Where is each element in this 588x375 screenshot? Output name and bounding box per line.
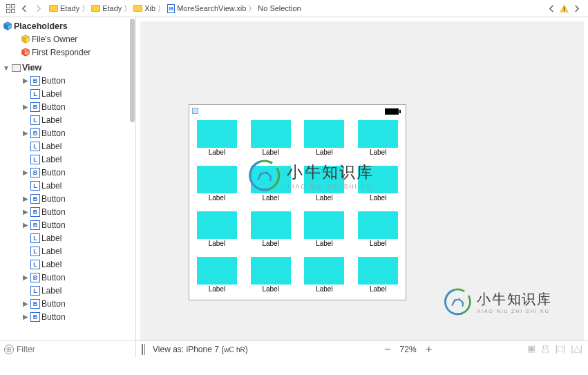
disclosure-icon[interactable]: ▶ xyxy=(22,77,29,84)
outline-item[interactable]: L Label xyxy=(0,284,135,297)
cell-button[interactable] xyxy=(358,120,398,148)
cell-button[interactable] xyxy=(358,211,398,239)
cell-button[interactable] xyxy=(197,211,237,239)
canvas-background[interactable]: LabelLabelLabelLabelLabelLabelLabelLabel… xyxy=(140,21,584,340)
zoom-in-button[interactable]: + xyxy=(424,343,435,356)
cell-button[interactable] xyxy=(304,211,344,239)
outline-item[interactable]: ▶B Button xyxy=(0,297,135,310)
breadcrumb-item[interactable]: Xib xyxy=(131,4,158,12)
grid-cell[interactable]: Label xyxy=(356,211,400,247)
outline-item[interactable]: L Label xyxy=(0,153,135,166)
outline-item[interactable]: L Label xyxy=(0,231,135,244)
align-icon[interactable]: 吕 xyxy=(541,343,550,356)
view-header[interactable]: ▼ View xyxy=(0,59,135,74)
svg-rect-0 xyxy=(563,7,564,10)
placeholders-header[interactable]: Placeholders xyxy=(0,17,135,32)
disclosure-icon[interactable]: ▶ xyxy=(22,273,29,281)
item-label: Button xyxy=(41,312,66,322)
cell-button[interactable] xyxy=(251,211,291,239)
button-icon: B xyxy=(30,220,40,230)
related-items-icon[interactable] xyxy=(6,3,15,13)
grid-cell[interactable]: Label xyxy=(249,257,293,293)
folder-icon xyxy=(133,5,142,12)
nav-back-button[interactable] xyxy=(19,3,29,13)
cell-button[interactable] xyxy=(304,120,344,148)
outline-item[interactable]: L Label xyxy=(0,113,135,126)
breadcrumb-item[interactable]: No Selection xyxy=(256,4,303,12)
label-icon: L xyxy=(30,286,40,296)
files-owner-item[interactable]: File's Owner xyxy=(0,32,135,46)
outline-item[interactable]: ▶B Button xyxy=(0,74,135,87)
outline-item[interactable]: L Label xyxy=(0,87,135,100)
cell-button[interactable] xyxy=(197,120,237,148)
scrollbar[interactable] xyxy=(130,19,135,122)
disclosure-icon[interactable]: ▶ xyxy=(22,313,29,320)
item-label: Label xyxy=(41,286,61,296)
disclosure-icon[interactable]: ▶ xyxy=(22,103,29,110)
disclosure-icon[interactable]: ▶ xyxy=(22,169,29,176)
outline-item[interactable]: ▶B Button xyxy=(0,218,135,231)
filter-icon[interactable]: ⊞ xyxy=(4,345,14,354)
chevron-right-icon: 〉 xyxy=(158,3,165,14)
disclosure-icon[interactable]: ▶ xyxy=(22,221,29,229)
cell-button[interactable] xyxy=(197,166,237,193)
outline-item[interactable]: L Label xyxy=(0,244,135,258)
zoom-out-button[interactable]: − xyxy=(382,343,393,356)
prev-issue-button[interactable] xyxy=(547,3,556,13)
grid-cell[interactable]: Label xyxy=(249,211,293,247)
breadcrumb-item[interactable]: Etady xyxy=(89,4,124,12)
outline-item[interactable]: L Label xyxy=(0,140,135,153)
device-view[interactable]: LabelLabelLabelLabelLabelLabelLabelLabel… xyxy=(189,104,406,300)
item-label: Label xyxy=(41,260,61,269)
outline-item[interactable]: ▶B Button xyxy=(0,166,135,179)
toggle-outline-button[interactable] xyxy=(142,345,143,354)
outline-item[interactable]: ▶B Button xyxy=(0,100,135,113)
grid-cell[interactable]: Label xyxy=(195,166,239,202)
zoom-value[interactable]: 72% xyxy=(400,345,417,354)
outline-item[interactable]: ▶B Button xyxy=(0,271,135,284)
disclosure-icon[interactable]: ▼ xyxy=(3,64,10,72)
grid-cell[interactable]: Label xyxy=(195,257,239,293)
outline-item[interactable]: ▶B Button xyxy=(0,126,135,140)
grid-cell[interactable]: Label xyxy=(356,120,400,156)
nav-forward-button[interactable] xyxy=(33,3,43,13)
breadcrumb-item[interactable]: IBMoreSearchView.xib xyxy=(165,4,248,13)
grid-cell[interactable]: Label xyxy=(303,257,347,293)
disclosure-icon[interactable]: ▶ xyxy=(22,195,29,202)
first-responder-item[interactable]: 1 First Responder xyxy=(0,46,135,59)
embed-icon[interactable]: ▣ xyxy=(527,343,535,356)
view-as-control[interactable]: View as: iPhone 7 (wC hR) xyxy=(153,345,248,354)
outline-item[interactable]: ▶B Button xyxy=(0,192,135,205)
cell-label: Label xyxy=(370,240,386,247)
cell-label: Label xyxy=(370,285,386,293)
grid-cell[interactable]: Label xyxy=(249,120,293,156)
grid-cell[interactable]: Label xyxy=(195,120,239,156)
grid-cell[interactable]: Label xyxy=(356,257,400,293)
cell-button[interactable] xyxy=(304,257,344,285)
grid-cell[interactable]: Label xyxy=(195,211,239,247)
watermark: 小牛知识库XIAO NIU ZHI SHI KU xyxy=(444,287,552,316)
grid-cell[interactable]: Label xyxy=(303,120,347,156)
disclosure-icon[interactable]: ▶ xyxy=(22,208,29,215)
cell-button[interactable] xyxy=(251,257,291,285)
warning-icon[interactable] xyxy=(559,3,569,13)
cell-label: Label xyxy=(370,194,386,202)
outline-item[interactable]: L Label xyxy=(0,258,135,271)
disclosure-icon[interactable]: ▶ xyxy=(22,300,29,307)
next-issue-button[interactable] xyxy=(571,3,581,13)
breadcrumb[interactable]: Etady〉Etady〉Xib〉IBMoreSearchView.xib〉No … xyxy=(47,3,303,14)
item-label: First Responder xyxy=(32,48,91,57)
cell-button[interactable] xyxy=(251,120,291,148)
disclosure-icon[interactable]: ▶ xyxy=(22,129,29,137)
grid-cell[interactable]: Label xyxy=(303,211,347,247)
outline-item[interactable]: ▶B Button xyxy=(0,205,135,218)
outline-item[interactable]: ▶B Button xyxy=(0,310,135,323)
cell-button[interactable] xyxy=(358,257,398,285)
filter-input[interactable] xyxy=(17,345,131,354)
breadcrumb-item[interactable]: Etady xyxy=(47,4,82,12)
pin-icon[interactable]: |□| xyxy=(556,343,566,356)
scene-handle-icon[interactable] xyxy=(192,108,198,114)
resolve-icon[interactable]: |△| xyxy=(571,343,582,356)
outline-item[interactable]: L Label xyxy=(0,179,135,192)
cell-button[interactable] xyxy=(197,257,237,285)
